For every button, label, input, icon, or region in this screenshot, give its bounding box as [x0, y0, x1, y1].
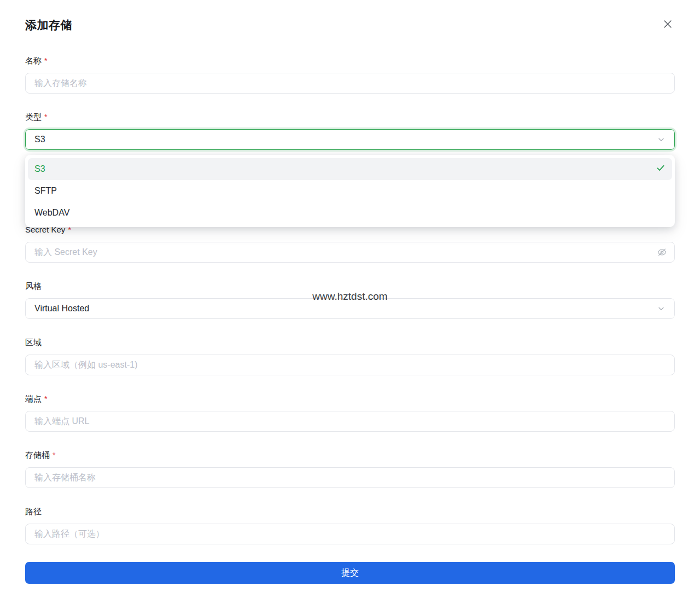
required-marker: *: [44, 56, 47, 65]
chevron-down-icon: [657, 135, 666, 144]
dropdown-option-sftp[interactable]: SFTP: [28, 180, 672, 202]
dropdown-option-webdav[interactable]: WebDAV: [28, 202, 672, 224]
path-label: 路径: [25, 507, 675, 516]
name-label: 名称*: [25, 56, 675, 66]
field-group-endpoint: 端点*: [25, 394, 675, 432]
type-select[interactable]: S3: [25, 129, 675, 150]
secret-key-input[interactable]: [25, 242, 675, 263]
check-icon: [656, 163, 666, 175]
required-marker: *: [52, 451, 55, 460]
field-group-region: 区域: [25, 338, 675, 375]
close-button[interactable]: [661, 18, 675, 32]
dialog-header: 添加存储: [25, 18, 675, 33]
field-group-style: 风格 Virtual Hosted: [25, 281, 675, 319]
submit-button[interactable]: 提交: [25, 562, 675, 584]
required-marker: *: [44, 394, 47, 403]
field-group-type: 类型* S3 S3 SFTP WebDAV: [25, 112, 675, 150]
style-label: 风格: [25, 281, 675, 291]
field-group-bucket: 存储桶*: [25, 450, 675, 488]
dialog-title: 添加存储: [25, 18, 72, 33]
endpoint-input[interactable]: [25, 411, 675, 432]
bucket-label: 存储桶*: [25, 450, 675, 460]
field-group-path: 路径: [25, 507, 675, 544]
name-input[interactable]: [25, 73, 675, 94]
add-storage-dialog: 添加存储 名称* 类型* S3 S3 SFTP: [0, 0, 700, 598]
required-marker: *: [44, 113, 47, 121]
dropdown-option-s3[interactable]: S3: [28, 158, 672, 180]
type-select-value: S3: [34, 135, 45, 144]
eye-off-icon[interactable]: [657, 247, 667, 258]
close-icon: [662, 18, 674, 32]
bucket-input[interactable]: [25, 467, 675, 488]
region-input[interactable]: [25, 355, 675, 375]
type-label: 类型*: [25, 112, 675, 122]
chevron-down-icon: [657, 304, 666, 313]
type-dropdown-menu: S3 SFTP WebDAV: [25, 155, 675, 227]
endpoint-label: 端点*: [25, 394, 675, 404]
field-group-name: 名称*: [25, 56, 675, 94]
style-select[interactable]: Virtual Hosted: [25, 298, 675, 319]
path-input[interactable]: [25, 524, 675, 544]
field-group-secret-key: Secret Key*: [25, 225, 675, 263]
style-select-value: Virtual Hosted: [34, 304, 89, 313]
region-label: 区域: [25, 338, 675, 347]
